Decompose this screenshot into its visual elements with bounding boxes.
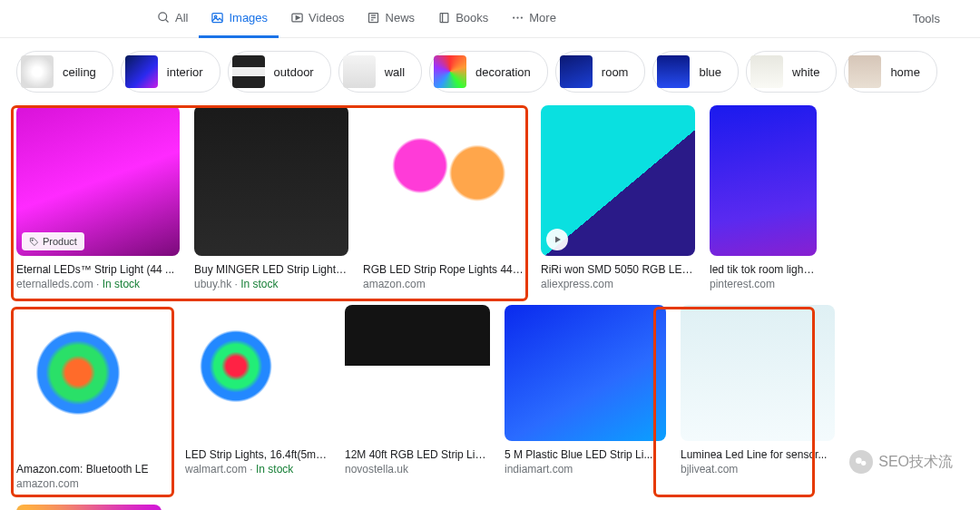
filter-chip-interior[interactable]: interior bbox=[121, 51, 220, 93]
result-thumbnail[interactable] bbox=[710, 105, 817, 256]
result-thumbnail[interactable] bbox=[194, 105, 348, 256]
watermark-text: SEO技术流 bbox=[878, 453, 953, 472]
image-result[interactable]: ProductEternal LEDs™ Strip Light (44 ...… bbox=[16, 105, 180, 290]
chip-thumb-icon bbox=[21, 55, 54, 88]
svg-rect-9 bbox=[440, 13, 448, 22]
tab-label: All bbox=[175, 11, 188, 25]
chip-label: home bbox=[890, 65, 920, 79]
tab-label: More bbox=[529, 11, 556, 25]
news-icon bbox=[367, 10, 381, 25]
image-result[interactable]: RiRi won SMD 5050 RGB LED ...aliexpress.… bbox=[541, 105, 695, 290]
tab-books[interactable]: Books bbox=[426, 0, 499, 38]
filter-chips-row: ceilinginterioroutdoorwalldecorationroom… bbox=[0, 38, 980, 105]
result-title: led tik tok room lights | L... bbox=[710, 263, 817, 276]
filter-chip-white[interactable]: white bbox=[746, 51, 837, 93]
result-thumbnail[interactable] bbox=[541, 105, 695, 256]
result-thumbnail[interactable] bbox=[16, 505, 162, 510]
result-title: Eternal LEDs™ Strip Light (44 ... bbox=[16, 263, 180, 276]
svg-rect-2 bbox=[212, 13, 222, 22]
filter-chip-room[interactable]: room bbox=[555, 51, 646, 93]
chip-thumb-icon bbox=[750, 55, 783, 88]
chip-label: decoration bbox=[475, 65, 531, 79]
more-icon bbox=[510, 10, 524, 25]
tab-images[interactable]: Images bbox=[199, 0, 279, 38]
filter-chip-decoration[interactable]: decoration bbox=[429, 51, 548, 93]
result-source: aliexpress.com bbox=[541, 278, 695, 290]
result-source: amazon.com bbox=[363, 278, 526, 290]
image-result[interactable]: Led Strip Lights, Bluetooth A...walmart.… bbox=[16, 505, 162, 510]
book-icon bbox=[436, 10, 451, 25]
chip-label: outdoor bbox=[274, 65, 314, 79]
image-icon bbox=[210, 10, 224, 25]
tab-news[interactable]: News bbox=[356, 0, 426, 38]
tab-videos[interactable]: Videos bbox=[279, 0, 356, 38]
svg-point-14 bbox=[32, 239, 33, 240]
result-thumbnail[interactable] bbox=[363, 105, 526, 256]
svg-point-12 bbox=[516, 16, 518, 18]
tab-label: Videos bbox=[309, 11, 345, 25]
result-source: eternalleds.com · In stock bbox=[16, 278, 180, 290]
chip-thumb-icon bbox=[848, 55, 881, 88]
product-badge: Product bbox=[22, 232, 84, 250]
svg-point-0 bbox=[158, 12, 166, 20]
result-source: indiamart.com bbox=[505, 463, 666, 476]
chip-label: room bbox=[602, 65, 629, 79]
tab-label: News bbox=[386, 11, 416, 25]
image-result[interactable]: LED Strip Lights, 16.4ft(5m) ...walmart.… bbox=[185, 305, 330, 476]
wechat-icon bbox=[849, 450, 873, 474]
search-tabs: All Images Videos News Books More Tools bbox=[0, 0, 980, 38]
image-results-grid: ProductEternal LEDs™ Strip Light (44 ...… bbox=[0, 105, 980, 510]
filter-chip-ceiling[interactable]: ceiling bbox=[16, 51, 113, 93]
chip-thumb-icon bbox=[434, 55, 466, 88]
chip-thumb-icon bbox=[343, 55, 376, 88]
image-result[interactable]: 12M 40ft RGB LED Strip Lig...novostella.… bbox=[345, 305, 490, 476]
chip-thumb-icon bbox=[560, 55, 593, 88]
tab-label: Images bbox=[229, 11, 268, 25]
result-source: novostella.uk bbox=[345, 463, 490, 476]
chip-thumb-icon bbox=[232, 55, 265, 88]
filter-chip-outdoor[interactable]: outdoor bbox=[228, 51, 331, 93]
image-result[interactable]: Findyouled 12M LED Strip Li...amazon.com… bbox=[176, 505, 321, 510]
chip-label: interior bbox=[167, 65, 203, 79]
image-result[interactable]: RGB LED Strip Rope Lights 44-K...amazon.… bbox=[363, 105, 526, 290]
svg-line-1 bbox=[165, 19, 168, 22]
chip-label: blue bbox=[699, 65, 721, 79]
image-result[interactable]: Amazon.com: Bluetooth LEamazon.com bbox=[16, 305, 171, 490]
result-source: walmart.com · In stock bbox=[185, 463, 330, 476]
svg-point-13 bbox=[521, 16, 523, 18]
result-thumbnail[interactable] bbox=[185, 305, 330, 441]
chip-label: wall bbox=[385, 65, 405, 79]
result-thumbnail[interactable] bbox=[681, 305, 835, 441]
filter-chip-blue[interactable]: blue bbox=[652, 51, 739, 93]
result-source: pinterest.com bbox=[710, 278, 817, 290]
result-title: Amazon.com: Bluetooth LE bbox=[16, 463, 171, 476]
watermark: SEO技术流 bbox=[849, 450, 953, 474]
tab-all[interactable]: All bbox=[145, 0, 199, 38]
chip-label: white bbox=[792, 65, 819, 79]
result-title: 5 M Plastic Blue LED Strip Li... bbox=[505, 448, 666, 461]
filter-chip-wall[interactable]: wall bbox=[338, 51, 422, 93]
tab-label: Books bbox=[456, 11, 488, 25]
play-badge-icon bbox=[546, 229, 568, 250]
result-thumbnail[interactable] bbox=[345, 305, 490, 441]
image-result[interactable]: Luminea Led Line for sensor...bjliveat.c… bbox=[681, 305, 835, 476]
result-thumbnail[interactable] bbox=[505, 305, 666, 441]
image-result[interactable]: led tik tok room lights | L...pinterest.… bbox=[710, 105, 817, 290]
result-thumbnail[interactable]: Product bbox=[16, 105, 180, 256]
result-source: bjliveat.com bbox=[681, 463, 835, 476]
svg-point-17 bbox=[861, 461, 866, 466]
tab-more[interactable]: More bbox=[499, 0, 567, 38]
result-title: RiRi won SMD 5050 RGB LED ... bbox=[541, 263, 695, 276]
result-thumbnail[interactable] bbox=[176, 505, 321, 510]
chip-thumb-icon bbox=[657, 55, 690, 88]
svg-point-16 bbox=[856, 457, 862, 464]
image-result[interactable]: 5 M Plastic Blue LED Strip Li...indiamar… bbox=[505, 305, 666, 476]
image-result[interactable]: Buy MINGER LED Strip Lights 1...ubuy.hk … bbox=[194, 105, 348, 290]
result-title: 12M 40ft RGB LED Strip Lig... bbox=[345, 448, 490, 461]
tools-button[interactable]: Tools bbox=[891, 12, 962, 25]
result-thumbnail[interactable] bbox=[16, 305, 171, 456]
chip-thumb-icon bbox=[125, 55, 158, 88]
result-title: Luminea Led Line for sensor... bbox=[681, 448, 835, 461]
filter-chip-home[interactable]: home bbox=[844, 51, 937, 93]
svg-point-11 bbox=[513, 16, 514, 18]
